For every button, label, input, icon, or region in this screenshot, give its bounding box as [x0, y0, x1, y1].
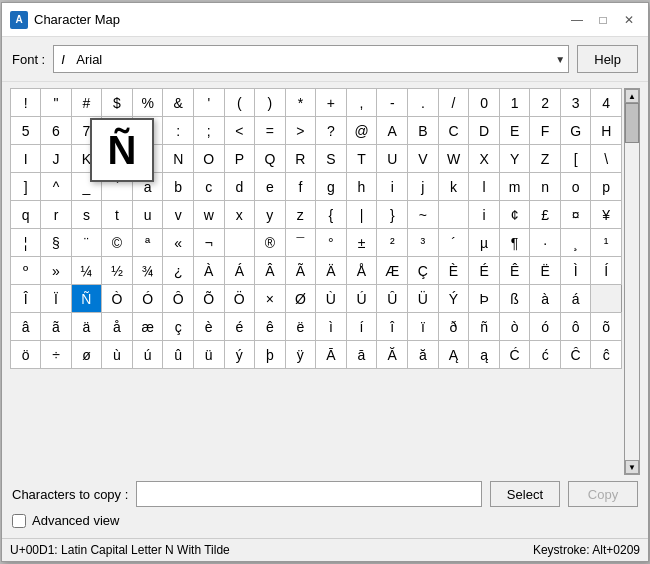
char-cell[interactable]: µ: [469, 229, 499, 257]
char-cell[interactable]: t: [102, 201, 133, 229]
char-cell[interactable]: 2: [530, 89, 560, 117]
char-cell[interactable]: s: [71, 201, 102, 229]
char-cell[interactable]: p: [591, 173, 622, 201]
minimize-button[interactable]: —: [566, 9, 588, 31]
char-cell[interactable]: ×: [255, 285, 286, 313]
char-cell[interactable]: ³: [408, 229, 438, 257]
char-cell[interactable]: ¹: [591, 229, 622, 257]
char-cell[interactable]: Ø: [285, 285, 316, 313]
char-cell[interactable]: d: [224, 173, 255, 201]
char-cell[interactable]: à: [530, 285, 560, 313]
char-cell[interactable]: J: [41, 145, 71, 173]
char-cell[interactable]: á: [560, 285, 591, 313]
char-cell[interactable]: q: [11, 201, 41, 229]
char-cell[interactable]: ¯: [285, 229, 316, 257]
char-cell[interactable]: ¿: [163, 257, 194, 285]
char-cell[interactable]: !: [11, 89, 41, 117]
char-cell[interactable]: 1: [499, 89, 530, 117]
char-cell[interactable]: u: [132, 201, 163, 229]
char-cell[interactable]: Ă: [377, 341, 408, 369]
char-cell[interactable]: y: [255, 201, 286, 229]
scroll-up-button[interactable]: ▲: [625, 89, 639, 103]
char-cell[interactable]: Ç: [408, 257, 438, 285]
char-cell[interactable]: Ā: [316, 341, 346, 369]
char-cell[interactable]: ": [41, 89, 71, 117]
char-cell[interactable]: ­: [224, 229, 255, 257]
char-cell[interactable]: Þ: [469, 285, 499, 313]
char-cell[interactable]: C: [438, 117, 469, 145]
char-cell[interactable]: 5: [11, 117, 41, 145]
char-cell[interactable]: V: [408, 145, 438, 173]
char-cell[interactable]: g: [316, 173, 346, 201]
char-cell[interactable]: å: [102, 313, 133, 341]
char-cell[interactable]: R: [285, 145, 316, 173]
char-cell[interactable]: ă: [408, 341, 438, 369]
char-cell[interactable]: ù: [102, 341, 133, 369]
char-cell[interactable]: Î: [11, 285, 41, 313]
char-cell[interactable]: ?: [316, 117, 346, 145]
char-cell[interactable]: E: [499, 117, 530, 145]
char-cell[interactable]: U: [377, 145, 408, 173]
char-cell[interactable]: Ý: [438, 285, 469, 313]
char-cell[interactable]: v: [163, 201, 194, 229]
char-cell[interactable]: o: [560, 173, 591, 201]
char-cell[interactable]: ó: [530, 313, 560, 341]
char-cell[interactable]: ¢: [499, 201, 530, 229]
char-cell[interactable]: f: [285, 173, 316, 201]
char-cell[interactable]: z: [285, 201, 316, 229]
char-cell[interactable]: ¶: [499, 229, 530, 257]
char-cell[interactable]: ê: [255, 313, 286, 341]
char-cell[interactable]: ½: [102, 257, 133, 285]
char-cell[interactable]: ą: [469, 341, 499, 369]
char-cell[interactable]: b: [163, 173, 194, 201]
advanced-view-checkbox[interactable]: [12, 514, 26, 528]
char-cell[interactable]: c: [194, 173, 225, 201]
char-cell[interactable]: k: [438, 173, 469, 201]
char-cell[interactable]: Ą: [438, 341, 469, 369]
char-cell[interactable]: ©: [102, 229, 133, 257]
char-cell[interactable]: ú: [132, 341, 163, 369]
char-cell[interactable]: ÿ: [285, 341, 316, 369]
char-cell[interactable]: :: [163, 117, 194, 145]
char-cell[interactable]: ¬: [194, 229, 225, 257]
char-cell[interactable]: Ï: [41, 285, 71, 313]
char-cell[interactable]: ÷: [41, 341, 71, 369]
char-cell[interactable]: ë: [285, 313, 316, 341]
char-cell[interactable]: Ì: [560, 257, 591, 285]
char-cell[interactable]: Å: [346, 257, 377, 285]
char-cell[interactable]: {: [316, 201, 346, 229]
char-cell[interactable]: ć: [530, 341, 560, 369]
char-cell[interactable]: ĉ: [591, 341, 622, 369]
char-cell[interactable]: N: [163, 145, 194, 173]
char-cell[interactable]: ´: [438, 229, 469, 257]
char-cell[interactable]: õ: [591, 313, 622, 341]
char-cell[interactable]: °: [316, 229, 346, 257]
char-cell[interactable]: [438, 201, 469, 229]
char-cell[interactable]: G: [560, 117, 591, 145]
char-cell[interactable]: Q: [255, 145, 286, 173]
char-cell[interactable]: À: [194, 257, 225, 285]
char-cell[interactable]: -: [377, 89, 408, 117]
char-cell[interactable]: Ã: [285, 257, 316, 285]
char-cell[interactable]: Æ: [377, 257, 408, 285]
char-cell[interactable]: [: [560, 145, 591, 173]
char-cell[interactable]: }: [377, 201, 408, 229]
char-cell[interactable]: Ĉ: [560, 341, 591, 369]
char-cell[interactable]: S: [316, 145, 346, 173]
char-cell[interactable]: D: [469, 117, 499, 145]
char-cell[interactable]: r: [41, 201, 71, 229]
char-cell[interactable]: â: [11, 313, 41, 341]
char-cell[interactable]: W: [438, 145, 469, 173]
char-cell[interactable]: Í: [591, 257, 622, 285]
copy-button[interactable]: Copy: [568, 481, 638, 507]
char-cell[interactable]: é: [224, 313, 255, 341]
char-cell[interactable]: X: [469, 145, 499, 173]
char-cell[interactable]: #: [71, 89, 102, 117]
char-cell[interactable]: ¼: [71, 257, 102, 285]
char-cell[interactable]: î: [377, 313, 408, 341]
char-cell[interactable]: $: [102, 89, 133, 117]
char-cell[interactable]: ~: [408, 201, 438, 229]
char-cell[interactable]: ð: [438, 313, 469, 341]
char-cell[interactable]: Ô: [163, 285, 194, 313]
char-cell[interactable]: Ñ: [71, 285, 102, 313]
